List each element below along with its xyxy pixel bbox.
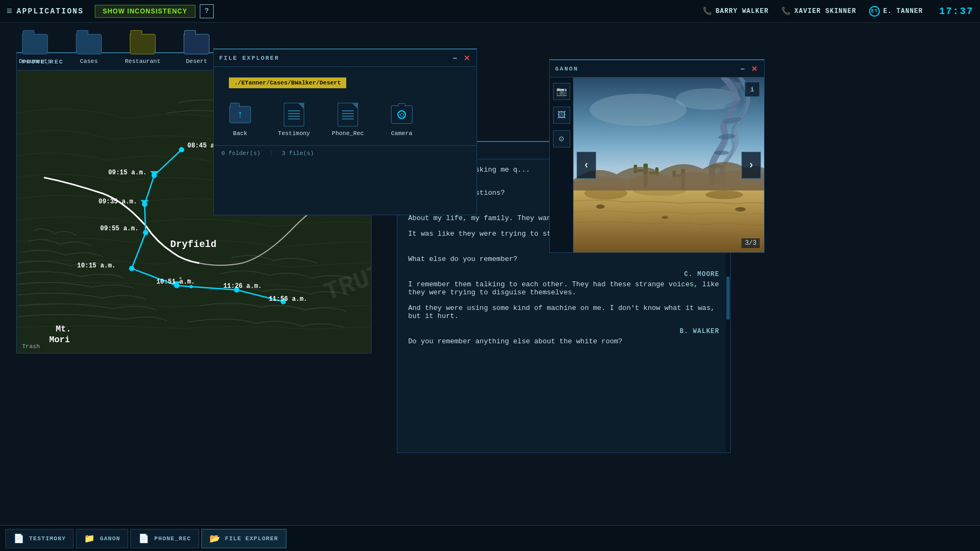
ganon-next-button[interactable]: › [741,152,761,179]
topbar: ≡ APPLICATIONS Show INcONSISTEncY ? 📞 BA… [0,0,980,23]
file-path: ./ETanner/Cases/BWalker/Desert [229,77,346,88]
svg-point-1 [179,147,184,152]
phone-rec-file-icon [335,102,360,127]
desktop-icon-documents[interactable]: Documents [16,33,54,65]
testimony-line-5: What else do you remember? [408,255,719,263]
desktop-icon-restaurant[interactable]: Restaurant [124,33,162,65]
app-title: APPLICATIONS [17,7,84,16]
contact-e-tanner[interactable]: ET E. TANNER [869,6,923,17]
ganon-prev-button[interactable]: ‹ [577,152,596,179]
taskbar-testimony-label: TESTIMONY [29,535,66,542]
svg-text:09:35 a.m.: 09:35 a.m. [99,198,137,206]
file-item-phone-rec[interactable]: Phone_Rec [329,102,367,137]
svg-text:11:56 a.m.: 11:56 a.m. [269,295,307,303]
taskbar-ganon-label: GANON [100,535,120,542]
file-icons-row: ↑ Back [221,97,469,142]
ganon-window: GANON − ✕ 📷 🖼 ⚙ [549,59,765,253]
svg-point-28 [187,279,190,281]
svg-point-52 [735,207,746,211]
svg-point-50 [596,204,605,209]
folder-count: 0 folder(s) [221,150,261,157]
file-explorer-titlebar[interactable]: FILE EXPLORER − ✕ [214,50,477,67]
menu-icon[interactable]: ≡ [6,6,12,17]
clock: 17:37 [939,6,974,17]
taskbar-item-phone-rec[interactable]: 📄 PHONE_REC [130,529,199,548]
taskbar-item-testimony[interactable]: 📄 TESTIMONY [5,529,74,548]
ganon-info-button[interactable]: i [745,82,760,97]
ganon-close[interactable]: ✕ [750,65,759,73]
file-back-label: Back [233,130,247,137]
svg-point-27 [179,277,181,279]
svg-point-5 [129,266,135,271]
taskbar-ganon-icon: 📁 [84,533,95,544]
file-item-back[interactable]: ↑ Back [221,102,259,137]
svg-point-36 [714,151,729,155]
ganon-image-content: i ‹ › 3/3 [573,77,764,252]
restaurant-label: Restaurant [125,58,160,65]
contact-barry-walker[interactable]: 📞 BARRY WALKER [703,6,768,16]
taskbar-phone-rec-icon: 📄 [138,533,150,544]
testimony-scrollbar-thumb[interactable] [726,277,730,320]
cases-folder-icon [75,33,102,55]
file-camera-label: Camera [391,130,412,137]
file-count: 3 file(s) [282,150,313,157]
ganon-titlebar[interactable]: GANON − ✕ [550,60,764,77]
svg-text:09:15 a.m.: 09:15 a.m. [108,169,147,176]
back-folder-icon: ↑ [228,102,253,127]
back-arrow-icon: ↑ [237,109,243,120]
svg-text:10:15 a.m.: 10:15 a.m. [77,262,116,270]
file-item-testimony[interactable]: Testimony [275,102,313,137]
desktop-icon-desert[interactable]: Desert [178,33,215,65]
phone-icon-2: 📞 [781,6,791,16]
svg-text:Dryfield: Dryfield [170,239,216,250]
ganon-controls: − ✕ [739,65,759,73]
desktop: Documents Cases Restaurant Desert PHONE_… [0,23,980,525]
testimony-line-6: I remember them talking to each other. T… [408,280,719,296]
file-item-camera[interactable]: Camera [383,102,421,137]
svg-text:11:26 a.m.: 11:26 a.m. [223,282,262,290]
contact-xavier-skinner[interactable]: 📞 XAVIER SKINNER [781,6,856,16]
desktop-icon-cases[interactable]: Cases [70,33,108,65]
svg-text:10:51 a.m.: 10:51 a.m. [156,278,195,286]
ganon-settings-btn[interactable]: ⚙ [553,130,570,147]
cases-label: Cases [80,58,97,65]
svg-point-30 [590,94,687,126]
camera-file-icon-wrap [389,102,414,127]
ganon-minimize[interactable]: − [739,65,746,73]
ganon-sidebar: 📷 🖼 ⚙ [550,77,573,252]
trash-label: Trash [22,343,40,350]
ganon-image-area: i ‹ › 3/3 [573,77,764,252]
restaurant-folder-icon [129,33,156,55]
testimony-speaker-c-moore: C. MOORE [408,271,719,278]
taskbar-item-file-explorer[interactable]: 📂 FILE EXPLORER [201,529,286,548]
taskbar-phone-rec-label: PHONE_REC [154,535,191,542]
taskbar-file-explorer-label: FILE EXPLORER [225,535,278,542]
file-explorer-close[interactable]: ✕ [463,54,471,62]
testimony-line-8: Do you remember anything else about the … [408,337,719,345]
tanner-avatar-icon: ET [869,6,880,17]
ganon-camera-btn[interactable]: 📷 [553,83,570,100]
ganon-image-btn[interactable]: 🖼 [553,107,570,124]
help-button[interactable]: ? [200,4,214,18]
ganon-image-counter: 3/3 [741,238,760,248]
documents-label: Documents [19,58,51,65]
taskbar-item-ganon[interactable]: 📁 GANON [76,529,128,548]
svg-text:09:55 a.m.: 09:55 a.m. [100,225,139,232]
taskbar-file-explorer-icon: 📂 [209,533,221,544]
svg-text:Mt.: Mt. [55,324,71,334]
svg-point-41 [705,190,743,199]
desert-label: Desert [186,58,207,65]
taskbar: 📄 TESTIMONY 📁 GANON 📄 PHONE_REC 📂 FILE E… [0,525,980,551]
svg-point-51 [662,216,668,219]
file-explorer-window: FILE EXPLORER − ✕ ./ETanner/Cases/BWalke… [213,48,477,215]
documents-folder-icon [22,33,48,55]
desert-folder-icon [183,33,210,55]
inconsistency-button[interactable]: Show INcONSISTEncY [95,5,195,18]
svg-text:Mori: Mori [50,335,70,345]
phone-icon-1: 📞 [703,6,712,16]
file-explorer-minimize[interactable]: − [452,54,458,62]
file-explorer-body: ↑ Back [214,97,477,142]
taskbar-testimony-icon: 📄 [13,533,25,544]
testimony-line-7: And they were using some kind of machine… [408,304,719,320]
footer-separator: | [269,150,273,157]
